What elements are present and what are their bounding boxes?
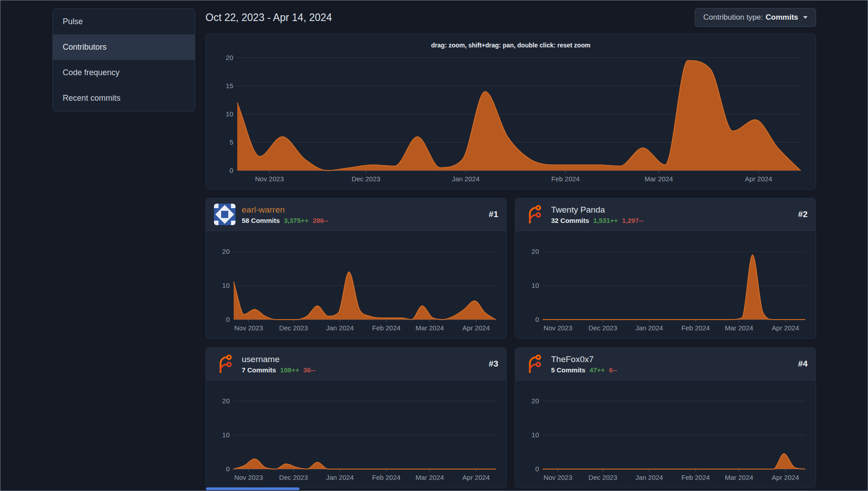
svg-text:Mar 2024: Mar 2024 — [645, 175, 673, 183]
contributor-chart-area: 01020Nov 2023Dec 2023Jan 2024Feb 2024Mar… — [515, 380, 816, 488]
contributor-rank: #1 — [489, 209, 498, 219]
contributor-chart[interactable]: 01020Nov 2023Dec 2023Jan 2024Feb 2024Mar… — [211, 384, 501, 484]
chart-zoom-hint: drag: zoom, shift+drag: pan, double clic… — [217, 42, 805, 51]
overall-chart-panel: drag: zoom, shift+drag: pan, double clic… — [205, 34, 816, 190]
contributor-title-block: earl-warren 58 Commits 3,375++ 286-- — [242, 205, 483, 224]
svg-text:Jan 2024: Jan 2024 — [452, 175, 480, 183]
svg-text:Feb 2024: Feb 2024 — [681, 474, 710, 481]
contributor-stats: 5 Commits 47++ 6-- — [551, 366, 792, 374]
contributor-chart[interactable]: 01020Nov 2023Dec 2023Jan 2024Feb 2024Mar… — [211, 235, 501, 335]
sidebar-item-contributors[interactable]: Contributors — [53, 34, 195, 60]
svg-text:0: 0 — [535, 316, 539, 323]
contributor-card: earl-warren 58 Commits 3,375++ 286-- #1 … — [205, 198, 507, 339]
svg-text:Nov 2023: Nov 2023 — [543, 474, 572, 481]
contribution-type-label: Contribution type: — [703, 13, 763, 22]
commit-count: 5 Commits — [551, 366, 586, 374]
svg-text:20: 20 — [531, 248, 539, 255]
contributor-avatar[interactable] — [523, 204, 545, 225]
contributor-name[interactable]: Twenty Panda — [551, 205, 792, 215]
contribution-type-dropdown[interactable]: Contribution type: Commits — [695, 8, 816, 27]
deletions-count: 6-- — [609, 366, 617, 374]
svg-text:0: 0 — [230, 167, 233, 174]
svg-text:Dec 2023: Dec 2023 — [279, 474, 308, 481]
svg-text:10: 10 — [531, 431, 539, 439]
contributor-card-header: Twenty Panda 32 Commits 1,531++ 1,297-- … — [515, 198, 816, 231]
sidebar-item-recent-commits[interactable]: Recent commits — [53, 85, 195, 111]
activity-menu: Pulse Contributors Code frequency Recent… — [52, 9, 195, 111]
forgejo-logo-icon — [523, 353, 545, 375]
contributor-name[interactable]: username — [242, 354, 483, 364]
contributor-card-header: username 7 Commits 108++ 36-- #3 — [206, 348, 506, 380]
svg-text:Feb 2024: Feb 2024 — [552, 175, 580, 183]
contributor-name[interactable]: TheFox0x7 — [551, 354, 792, 364]
svg-text:Dec 2023: Dec 2023 — [351, 175, 380, 183]
svg-text:15: 15 — [226, 82, 233, 90]
svg-text:10: 10 — [222, 282, 230, 289]
contributor-cards-grid: earl-warren 58 Commits 3,375++ 286-- #1 … — [205, 198, 816, 488]
svg-text:Dec 2023: Dec 2023 — [589, 324, 617, 332]
svg-text:0: 0 — [226, 316, 230, 323]
contributor-chart[interactable]: 01020Nov 2023Dec 2023Jan 2024Feb 2024Mar… — [521, 235, 810, 335]
svg-text:20: 20 — [222, 397, 230, 405]
contributor-avatar[interactable] — [214, 204, 235, 225]
sidebar: Pulse Contributors Code frequency Recent… — [0, 0, 205, 491]
contributor-chart-area: 01020Nov 2023Dec 2023Jan 2024Feb 2024Mar… — [206, 380, 506, 488]
contributor-card: Twenty Panda 32 Commits 1,531++ 1,297-- … — [515, 198, 816, 339]
svg-text:Nov 2023: Nov 2023 — [234, 474, 263, 481]
contributor-card: username 7 Commits 108++ 36-- #3 01020No… — [205, 347, 507, 488]
contributor-rank: #4 — [798, 359, 808, 369]
svg-text:Dec 2023: Dec 2023 — [589, 474, 617, 481]
contributor-rank: #3 — [489, 359, 498, 369]
svg-text:Jan 2024: Jan 2024 — [635, 474, 663, 481]
svg-text:Nov 2023: Nov 2023 — [543, 324, 572, 332]
contributor-title-block: TheFox0x7 5 Commits 47++ 6-- — [551, 354, 792, 374]
contributor-chart-area: 01020Nov 2023Dec 2023Jan 2024Feb 2024Mar… — [206, 231, 506, 338]
svg-text:Feb 2024: Feb 2024 — [372, 324, 400, 332]
deletions-count: 286-- — [312, 217, 328, 224]
svg-text:10: 10 — [222, 431, 230, 439]
svg-text:Mar 2024: Mar 2024 — [725, 474, 753, 481]
contributor-stats: 58 Commits 3,375++ 286-- — [242, 217, 483, 224]
identicon-icon — [214, 204, 235, 225]
deletions-count: 36-- — [304, 366, 316, 374]
contributor-chart-area: 01020Nov 2023Dec 2023Jan 2024Feb 2024Mar… — [515, 231, 816, 338]
svg-text:Feb 2024: Feb 2024 — [372, 474, 400, 481]
svg-text:5: 5 — [230, 138, 233, 146]
commit-count: 58 Commits — [242, 217, 280, 224]
svg-text:Apr 2024: Apr 2024 — [462, 324, 490, 332]
commit-count: 32 Commits — [551, 217, 589, 224]
main-content: Oct 22, 2023 - Apr 14, 2024 Contribution… — [205, 0, 868, 491]
contributor-name-link[interactable]: earl-warren — [242, 205, 483, 215]
chevron-down-icon — [803, 16, 808, 19]
svg-text:Nov 2023: Nov 2023 — [234, 324, 263, 332]
svg-text:Nov 2023: Nov 2023 — [255, 175, 284, 183]
contributor-avatar[interactable] — [214, 353, 235, 375]
additions-count: 1,531++ — [593, 217, 618, 224]
svg-text:Dec 2023: Dec 2023 — [279, 324, 308, 332]
svg-text:20: 20 — [222, 248, 230, 255]
svg-text:20: 20 — [226, 54, 233, 61]
date-range-title: Oct 22, 2023 - Apr 14, 2024 — [205, 12, 332, 24]
contributor-chart[interactable]: 01020Nov 2023Dec 2023Jan 2024Feb 2024Mar… — [521, 384, 810, 484]
contributor-card-header: TheFox0x7 5 Commits 47++ 6-- #4 — [515, 348, 816, 380]
contributor-title-block: Twenty Panda 32 Commits 1,531++ 1,297-- — [551, 205, 792, 224]
content-header: Oct 22, 2023 - Apr 14, 2024 Contribution… — [205, 7, 816, 28]
contributor-stats: 32 Commits 1,531++ 1,297-- — [551, 217, 792, 224]
forgejo-logo-icon — [214, 353, 235, 375]
overall-contributions-chart[interactable]: 05101520Nov 2023Dec 2023Jan 2024Feb 2024… — [217, 51, 805, 186]
additions-count: 47++ — [590, 366, 605, 374]
contributor-title-block: username 7 Commits 108++ 36-- — [242, 354, 483, 374]
svg-text:Jan 2024: Jan 2024 — [326, 324, 354, 332]
contributor-rank: #2 — [798, 209, 808, 219]
svg-text:Jan 2024: Jan 2024 — [326, 474, 354, 481]
contributor-card: TheFox0x7 5 Commits 47++ 6-- #4 01020Nov… — [515, 347, 816, 488]
sidebar-item-pulse[interactable]: Pulse — [53, 9, 195, 34]
sidebar-item-code-frequency[interactable]: Code frequency — [53, 60, 195, 85]
svg-text:Feb 2024: Feb 2024 — [681, 324, 710, 332]
commit-count: 7 Commits — [242, 366, 276, 374]
contributor-avatar[interactable] — [523, 353, 545, 375]
additions-count: 3,375++ — [284, 217, 308, 224]
svg-text:0: 0 — [535, 465, 539, 473]
horizontal-scrollbar-thumb[interactable] — [206, 487, 299, 490]
contribution-type-value: Commits — [765, 13, 798, 22]
